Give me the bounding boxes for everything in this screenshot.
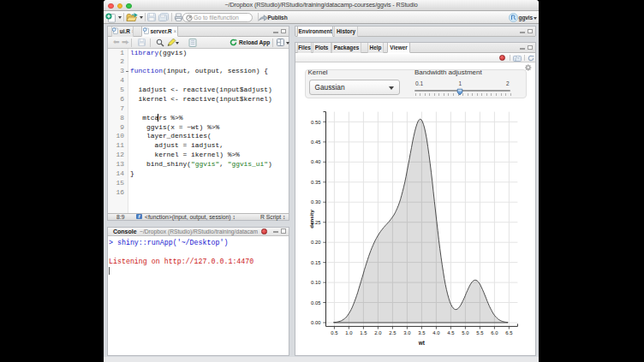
svg-text:1.5: 1.5	[360, 330, 367, 335]
svg-text:2.5: 2.5	[389, 330, 397, 335]
svg-text:3.5: 3.5	[418, 330, 426, 335]
svg-text:0.45: 0.45	[311, 139, 321, 145]
svg-text:0.50: 0.50	[311, 120, 321, 125]
svg-text:0.5: 0.5	[331, 330, 338, 335]
svg-text:4.0: 4.0	[432, 330, 440, 335]
svg-text:density: density	[308, 210, 314, 228]
svg-text:4.5: 4.5	[447, 330, 455, 335]
svg-text:0.20: 0.20	[311, 240, 321, 245]
svg-text:5.5: 5.5	[476, 330, 484, 335]
svg-text:1.0: 1.0	[345, 330, 353, 335]
svg-text:0.40: 0.40	[311, 159, 321, 164]
svg-text:0.10: 0.10	[311, 280, 321, 285]
svg-text:0.00: 0.00	[311, 320, 321, 325]
svg-text:5.0: 5.0	[462, 330, 469, 335]
svg-text:0.15: 0.15	[311, 260, 321, 265]
svg-text:2.0: 2.0	[374, 330, 382, 335]
svg-text:wt: wt	[418, 340, 426, 346]
svg-text:0.05: 0.05	[311, 300, 321, 306]
svg-text:0.35: 0.35	[311, 180, 321, 185]
svg-text:6.5: 6.5	[505, 330, 513, 335]
svg-text:3.0: 3.0	[403, 330, 411, 335]
svg-text:0.30: 0.30	[311, 199, 321, 205]
svg-text:6.0: 6.0	[491, 330, 498, 335]
